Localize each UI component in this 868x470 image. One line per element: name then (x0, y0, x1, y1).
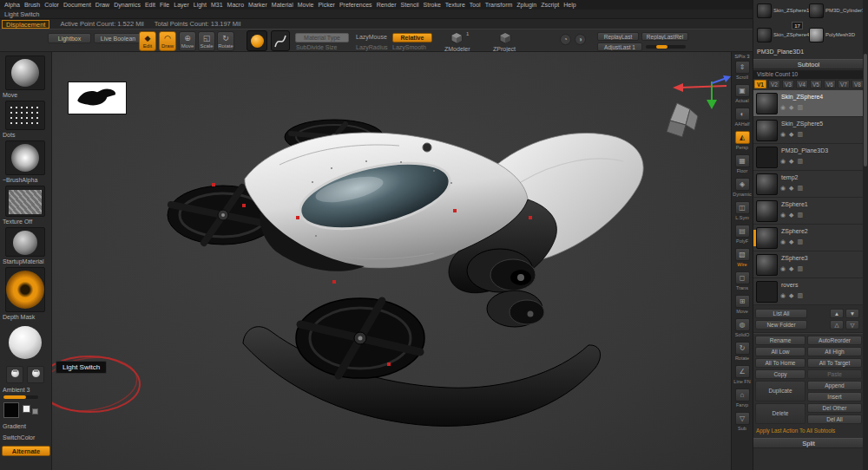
shelf-btn-aahalf[interactable]: ◐AAHalf (733, 108, 751, 127)
menu-item-color[interactable]: Color (44, 2, 59, 8)
tool-name[interactable]: PM3D_Cylinder3 (825, 8, 865, 13)
menu-item-stencil[interactable]: Stencil (401, 2, 419, 8)
menu-item-tool[interactable]: Tool (470, 2, 481, 8)
shelf-btn-wire[interactable]: ▧Wire (733, 248, 751, 267)
edit-icon[interactable]: ◆ (789, 265, 797, 271)
shelf-btn-persp[interactable]: ◭Persp (733, 131, 751, 150)
layers-icon[interactable]: ▥ (798, 292, 807, 298)
edit-icon[interactable]: ◆ (789, 104, 797, 110)
tool-thumbnail[interactable] (809, 28, 824, 42)
subtool-row[interactable]: Skin_ZSphere5 ◉◆▥ (753, 117, 864, 144)
menu-item-picker[interactable]: Picker (318, 2, 334, 8)
delete-button[interactable]: Delete (755, 403, 806, 424)
scale-mode-button[interactable]: ◱ Scale (198, 31, 215, 51)
eye-icon[interactable]: ◉ (780, 158, 789, 164)
eye-icon[interactable]: ◉ (780, 265, 789, 271)
move-up-button[interactable]: ▲ (830, 309, 844, 318)
menu-item-texture[interactable]: Texture (445, 2, 465, 8)
move-down-button[interactable]: ▼ (845, 309, 859, 318)
split-section-header[interactable]: Split (753, 438, 864, 448)
menu-item-dynamics[interactable]: Dynamics (114, 2, 141, 8)
menu-item-brush[interactable]: Brush (24, 2, 40, 8)
eye-icon[interactable]: ◉ (780, 185, 789, 191)
list-all-button[interactable]: List All (755, 309, 807, 318)
menu-item-stroke[interactable]: Stroke (424, 2, 441, 8)
brush-thumbnail[interactable] (5, 55, 45, 90)
all-to-target-button[interactable]: All To Target (807, 358, 862, 368)
tool-thumbnail[interactable] (809, 3, 824, 18)
subtool-row[interactable]: ZSphere1 ◉◆▥ (753, 198, 864, 225)
edit-icon[interactable]: ◆ (789, 131, 797, 137)
view-tab-v8[interactable]: V8 (852, 80, 864, 88)
depth-mask-thumbnail[interactable] (5, 267, 45, 312)
subtool-row[interactable]: rovers ◉◆▥ (753, 278, 864, 305)
brush-selector[interactable] (247, 30, 267, 51)
visible-count-slider[interactable]: Visible Count 10 (753, 70, 864, 79)
edit-mode-button[interactable]: ◆ Edit (139, 31, 156, 51)
menu-item-alpha[interactable]: Alpha (4, 2, 20, 8)
menu-item-document[interactable]: Document (63, 2, 91, 8)
shelf-btn-trans[interactable]: ◻Trans (733, 271, 751, 290)
shelf-btn-farvp[interactable]: ⌂Farvp (733, 388, 751, 408)
lazymouse-label[interactable]: LazyMouse (356, 34, 387, 40)
view-tab-v6[interactable]: V6 (824, 80, 836, 88)
rotate-mode-button[interactable]: ↻ Rotate (217, 31, 234, 51)
layers-icon[interactable]: ▥ (798, 185, 807, 191)
apply-last-action-label[interactable]: Apply Last Action To All Subtools (756, 428, 835, 434)
replay-last-button[interactable]: ReplayLast (597, 32, 639, 41)
view-tab-v1[interactable]: V1 (754, 80, 766, 88)
view-tab-v4[interactable]: V4 (796, 80, 808, 88)
adjust-last-slider[interactable] (646, 45, 686, 49)
adjust-last-button[interactable]: AdjustLast 1 (597, 42, 642, 51)
shelf-btn-move[interactable]: ⊞Move (733, 295, 751, 314)
menu-item-movie[interactable]: Movie (298, 2, 314, 8)
view-tab-v5[interactable]: V5 (810, 80, 822, 88)
light-bulb-icon-1[interactable] (6, 366, 23, 383)
panel-scrollbar[interactable] (863, 0, 868, 470)
view-tab-v7[interactable]: V7 (838, 80, 850, 88)
tertiary-color-swatch[interactable] (32, 408, 38, 415)
shift-down-button[interactable]: ▽ (845, 320, 859, 330)
subtool-row[interactable]: Skin_ZSphere4 ◉◆▥ (753, 90, 864, 117)
all-low-button[interactable]: All Low (755, 347, 806, 356)
main-color-swatch[interactable] (3, 402, 19, 418)
menu-item-edit[interactable]: Edit (145, 2, 155, 8)
scrollbar-thumb[interactable] (864, 54, 867, 166)
layers-icon[interactable]: ▥ (798, 265, 807, 271)
eye-icon[interactable]: ◉ (780, 212, 789, 218)
switchcolor-label[interactable]: SwitchColor (3, 434, 35, 441)
layers-icon[interactable]: ▥ (798, 238, 807, 245)
menu-item-draw[interactable]: Draw (95, 2, 109, 8)
layers-icon[interactable]: ▥ (798, 104, 807, 110)
del-other-button[interactable]: Del Other (807, 403, 862, 413)
tool-thumbnail[interactable] (757, 28, 772, 42)
edit-icon[interactable]: ◆ (789, 238, 797, 245)
secondary-color-swatch[interactable] (23, 405, 30, 413)
layers-icon[interactable]: ▥ (798, 131, 807, 137)
eye-icon[interactable]: ◉ (780, 238, 789, 245)
new-folder-button[interactable]: New Folder (755, 320, 807, 330)
color-sphere-thumbnail[interactable] (5, 323, 45, 361)
lightbox-button[interactable]: Lightbox (48, 33, 91, 43)
shelf-btn-rotate[interactable]: ↻Rotate (733, 342, 751, 361)
pen-icon[interactable]: ◑ (575, 34, 586, 45)
layers-icon[interactable]: ▥ (798, 212, 807, 218)
light-bulb-icon-2[interactable] (27, 366, 44, 383)
tool-thumbnail[interactable] (757, 3, 772, 18)
duplicate-button[interactable]: Duplicate (755, 381, 806, 401)
alpha-thumbnail[interactable] (5, 140, 45, 175)
shelf-btn-scroll[interactable]: ⇕Scroll (733, 61, 751, 80)
shift-up-button[interactable]: △ (830, 320, 844, 330)
shelf-btn-floor[interactable]: ▦Floor (733, 154, 751, 173)
tool-name[interactable]: Skin_ZSphere1 (773, 8, 809, 13)
lazyradius-label[interactable]: LazyRadius (356, 44, 388, 50)
view-tab-v2[interactable]: V2 (768, 80, 780, 88)
eye-icon[interactable]: ◉ (780, 131, 789, 137)
gradient-label[interactable]: Gradient (3, 423, 26, 429)
tool-name[interactable]: Skin_ZSphere4 (773, 32, 809, 37)
shelf-btn-polyf[interactable]: ▤PolyF (733, 225, 751, 244)
copy-button[interactable]: Copy (755, 369, 806, 379)
view-tab-v3[interactable]: V3 (782, 80, 794, 88)
pressure-icon[interactable]: ◔ (560, 34, 571, 45)
live-boolean-button[interactable]: Live Boolean (94, 33, 142, 43)
